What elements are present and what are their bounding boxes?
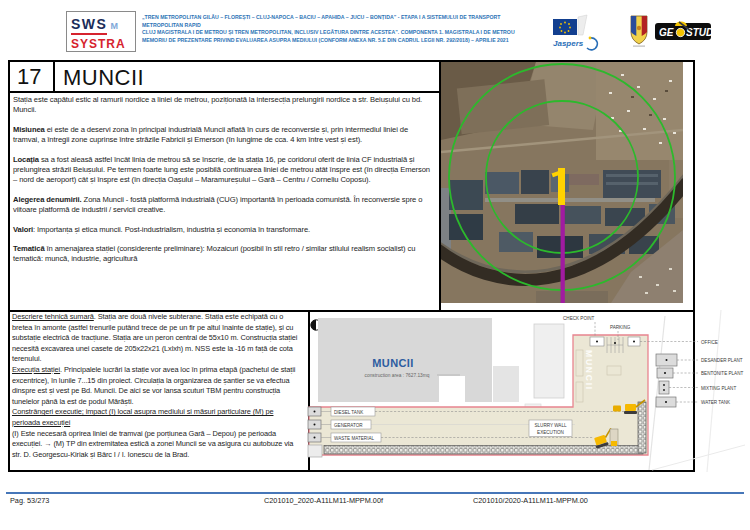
project-title-line2: CLUJ MAGISTRALA I DE METROU ȘI TREN METR… <box>142 29 542 37</box>
paragraph: Stația este capătul estic al ramurii nor… <box>13 95 434 116</box>
generator-label: GENERATOR <box>334 423 363 428</box>
page-number: Pag. 53/273 <box>10 496 49 505</box>
construction-site-plan: MUNCII construction area : 7627.13mq MUN… <box>307 310 745 472</box>
plant-boxes <box>656 354 677 407</box>
station-name: MUNCII <box>55 63 144 91</box>
water-tank-label: WATER TANK <box>701 400 731 405</box>
office-label: OFFICE <box>701 340 718 345</box>
footer-rule <box>6 492 744 494</box>
slurry-wall-label-line2: EXECUTION <box>537 430 564 435</box>
waste-material-label: WASTE MATERIAL <box>334 436 375 441</box>
sws-systra-logo: SWSM SYSTRA <box>66 11 136 52</box>
metro-line-alignment <box>561 205 565 303</box>
sws-wordmark: SWS <box>71 16 107 35</box>
project-title-line3: MEMORIU DE PREZENTARE PRIVIND EVALUAREA … <box>142 37 542 45</box>
station-description: Stația este capătul estic al ramurii nor… <box>13 95 434 274</box>
cluj-coat-of-arms <box>629 14 649 48</box>
project-title-line1: „TREN METROPOLITAN GILĂU – FLOREȘTI – CL… <box>142 14 542 29</box>
technical-segment: Constrângeri execuție; impact (I) local … <box>12 407 273 427</box>
jaspers-logo: Jaspers <box>552 13 600 53</box>
jaspers-wordmark: Jaspers <box>553 39 584 48</box>
technical-segment: (I) Este necesară oprirea liniei de tram… <box>12 429 293 459</box>
document-code-center: C201010_2020-A11LM11-MPPM.00f <box>264 496 383 505</box>
paragraph: Alegerea denumirii. Zona Muncii - fostă … <box>13 195 434 216</box>
parking-label: PARKING <box>610 325 631 330</box>
check-point-label: CHECK POINT <box>563 316 595 321</box>
geostud-wordmark-right: STUD <box>686 27 713 38</box>
technical-segment: Descriere tehnică sumară <box>12 312 94 321</box>
mixing-plant-label: MIXTING PLANT <box>701 386 736 391</box>
desander-plant-label: DESANDER PLANT <box>701 358 743 363</box>
construction-area-value: construction area : 7627.13mq <box>365 373 430 378</box>
paragraph: Tematică în amenajarea stației (consider… <box>13 244 434 265</box>
slurry-wall-hatch-right <box>638 402 646 453</box>
station-marker <box>558 168 565 205</box>
project-title: „TREN METROPOLITAN GILĂU – FLOREȘTI – CL… <box>142 14 542 44</box>
diesel-tank-label: DIESEL TANK <box>334 410 364 415</box>
slurry-wall-label-line1: SLURRY WALL <box>534 423 567 428</box>
paragraph: Valori: Importanța și etica muncii. Post… <box>13 225 434 235</box>
document-code-right: C201010/2020-A11LM11-MPPM.00 <box>473 496 588 505</box>
bentonite-plant-label: BENTONITE PLANT <box>701 371 743 376</box>
geostud-wordmark-left: GE <box>659 27 674 38</box>
technical-segment: Execuția stației <box>12 365 60 374</box>
paragraph: Locația sa a fost aleasă astfel încât li… <box>13 155 434 186</box>
systra-wordmark: SYSTRA <box>71 37 131 51</box>
document-page: SWSM SYSTRA „TREN METROPOLITAN GILĂU – F… <box>0 0 750 530</box>
geostud-logo: GE STUD <box>655 20 713 42</box>
technical-description: Descriere tehnică sumară. Stația are dou… <box>12 312 303 460</box>
diagram-title: MUNCII <box>372 357 414 369</box>
slurry-wall-hatch-bottom <box>324 446 643 455</box>
station-number: 17 <box>10 62 55 91</box>
satellite-map-image <box>441 62 683 303</box>
paragraph: Misiunea ei este de a deservi zona în pr… <box>13 125 434 146</box>
station-title-row: 17 MUNCII <box>10 62 440 93</box>
site-area-vertical-label: MUNCII <box>584 350 594 391</box>
metro-m-icon: M <box>110 21 118 31</box>
